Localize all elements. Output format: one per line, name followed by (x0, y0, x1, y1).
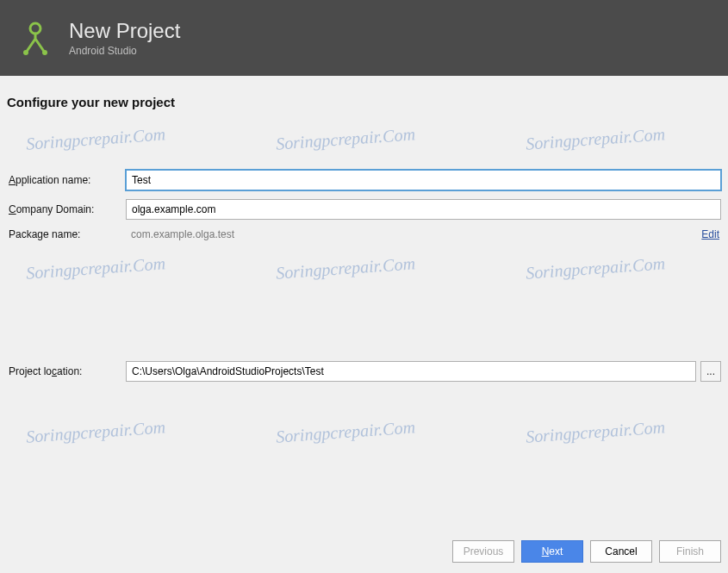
company-domain-label: Company Domain: (7, 203, 126, 215)
cancel-button[interactable]: Cancel (590, 540, 652, 563)
watermark: Soringpcrepair.Com (275, 417, 415, 446)
application-name-row: Application name: (7, 170, 721, 190)
dialog-subtitle: Android Studio (69, 45, 180, 57)
application-name-label: Application name: (7, 174, 126, 186)
dialog-footer: Previous Next Cancel Finish (0, 532, 728, 573)
dialog-header: New Project Android Studio (0, 0, 728, 76)
watermark: Soringpcrepair.Com (25, 417, 165, 446)
company-domain-row: Company Domain: (7, 199, 721, 220)
dialog-content: Configure your new project Application n… (0, 76, 728, 382)
edit-package-link[interactable]: Edit (701, 228, 719, 240)
svg-point-0 (30, 23, 40, 34)
watermark: Soringpcrepair.Com (525, 417, 665, 446)
previous-button[interactable]: Previous (452, 540, 514, 563)
finish-button[interactable]: Finish (659, 540, 721, 563)
svg-point-1 (23, 50, 28, 55)
project-location-label: Project location: (7, 365, 126, 377)
android-studio-icon (17, 20, 53, 56)
package-name-row: Package name: com.example.olga.test Edit (7, 228, 721, 240)
package-name-value: com.example.olga.test (126, 228, 693, 240)
project-location-input[interactable] (126, 361, 696, 382)
next-button[interactable]: Next (521, 540, 583, 563)
svg-point-2 (42, 50, 47, 55)
browse-button[interactable]: ... (700, 361, 721, 382)
project-location-row: Project location: ... (7, 361, 721, 382)
package-name-label: Package name: (7, 228, 126, 240)
company-domain-input[interactable] (126, 199, 721, 220)
section-title: Configure your new project (7, 95, 721, 109)
dialog-title: New Project (69, 19, 180, 43)
application-name-input[interactable] (126, 170, 721, 190)
